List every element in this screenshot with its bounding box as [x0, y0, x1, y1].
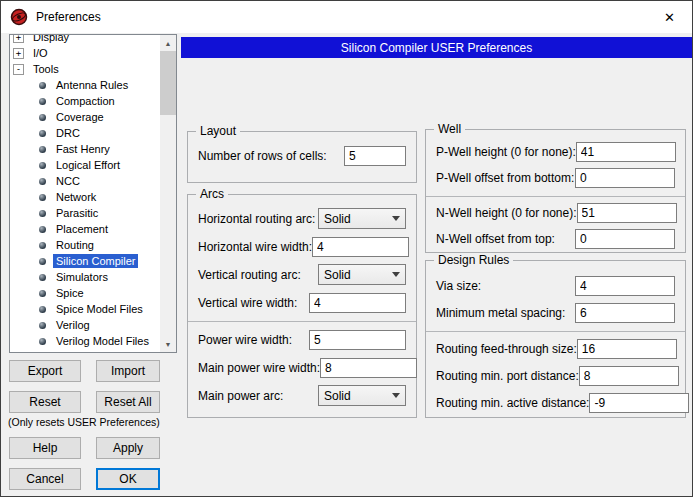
tree-item-network[interactable]: Network	[10, 189, 160, 205]
group-title: Arcs	[196, 187, 228, 202]
vertical-wire-width-input[interactable]	[309, 293, 406, 313]
field-row: Routing feed-through size:	[436, 338, 675, 359]
tree-item-label: Antenna Rules	[53, 78, 131, 92]
nwell-offset-input[interactable]	[575, 229, 675, 249]
feed-through-size-input[interactable]	[577, 339, 677, 359]
tree-item-tools[interactable]: - Tools	[10, 61, 160, 77]
field-label: Vertical wire width:	[198, 296, 297, 310]
tree-item-compaction[interactable]: Compaction	[10, 93, 160, 109]
scrollbar-thumb[interactable]	[160, 51, 176, 115]
group-separator	[188, 321, 416, 322]
tree-item-label: Silicon Compiler	[53, 254, 138, 268]
tree-item-io[interactable]: + I/O	[10, 45, 160, 61]
field-label: Horizontal routing arc:	[198, 212, 315, 226]
tree-item-verilog[interactable]: Verilog	[10, 317, 160, 333]
power-wire-width-input[interactable]	[309, 330, 406, 350]
cancel-button[interactable]: Cancel	[9, 468, 81, 490]
tree-scrollbar[interactable]: ▲ ▼	[160, 35, 176, 352]
bullet-icon	[39, 82, 46, 89]
panel-header: Silicon Compiler USER Preferences	[181, 37, 692, 58]
field-row: N-Well height (0 for none):	[436, 202, 675, 223]
title-bar: Preferences ✕	[1, 1, 692, 33]
main-power-wire-width-input[interactable]	[320, 358, 417, 378]
field-label: N-Well height (0 for none):	[436, 206, 577, 220]
tree-item-silicon-compiler[interactable]: Silicon Compiler	[10, 253, 160, 269]
tree-item-label: Verilog Model Files	[53, 334, 152, 348]
tree-item-ncc[interactable]: NCC	[10, 173, 160, 189]
bullet-icon	[39, 130, 46, 137]
tree-item-placement[interactable]: Placement	[10, 221, 160, 237]
reset-button[interactable]: Reset	[9, 391, 81, 413]
reset-note: (Only resets USER Preferences)	[8, 416, 160, 428]
ok-button[interactable]: OK	[96, 468, 160, 490]
tree-item-verilog-model-files[interactable]: Verilog Model Files	[10, 333, 160, 349]
tree-item-spice[interactable]: Spice	[10, 285, 160, 301]
expand-icon[interactable]: +	[13, 35, 24, 43]
field-row: Power wire width:	[198, 329, 406, 350]
expand-icon[interactable]: +	[13, 48, 24, 59]
import-button[interactable]: Import	[96, 360, 160, 382]
collapse-icon[interactable]: -	[13, 64, 24, 75]
pwell-offset-input[interactable]	[575, 168, 675, 188]
tree-item-label: Parasitic	[53, 206, 101, 220]
min-port-distance-input[interactable]	[579, 366, 679, 386]
tree-item-routing[interactable]: Routing	[10, 237, 160, 253]
scroll-down-icon[interactable]: ▼	[160, 336, 176, 352]
layout-group: Layout Number of rows of cells:	[187, 131, 417, 183]
field-label: Routing min. active distance:	[436, 396, 589, 410]
field-label: Via size:	[436, 279, 481, 293]
metal-spacing-input[interactable]	[575, 303, 675, 323]
arcs-group: Arcs Horizontal routing arc: Solid Horiz…	[187, 194, 417, 418]
tree-item-fast-henry[interactable]: Fast Henry	[10, 141, 160, 157]
min-active-distance-input[interactable]	[589, 393, 689, 413]
reset-all-button[interactable]: Reset All	[96, 391, 160, 413]
field-label: N-Well offset from top:	[436, 232, 555, 246]
preferences-window: Preferences ✕ + Display + I/O - Tools	[0, 0, 693, 497]
main-power-arc-select[interactable]: Solid	[318, 385, 406, 406]
rows-of-cells-input[interactable]	[344, 146, 406, 166]
bullet-icon	[39, 178, 46, 185]
export-button[interactable]: Export	[9, 360, 81, 382]
tree-item-logical-effort[interactable]: Logical Effort	[10, 157, 160, 173]
bullet-icon	[39, 226, 46, 233]
tree-item-parasitic[interactable]: Parasitic	[10, 205, 160, 221]
tree-item-simulators[interactable]: Simulators	[10, 269, 160, 285]
field-row: Main power wire width:	[198, 357, 406, 378]
horizontal-wire-width-input[interactable]	[312, 237, 409, 257]
vertical-routing-arc-select[interactable]: Solid	[318, 264, 406, 285]
field-row: Number of rows of cells:	[198, 145, 406, 166]
bullet-icon	[39, 114, 46, 121]
nwell-height-input[interactable]	[577, 203, 677, 223]
horizontal-routing-arc-select[interactable]: Solid	[318, 208, 406, 229]
help-button[interactable]: Help	[9, 437, 81, 459]
main-panel: Silicon Compiler USER Preferences Layout…	[179, 34, 693, 497]
app-icon	[10, 8, 28, 26]
tree-item-label: Simulators	[53, 270, 111, 284]
pwell-height-input[interactable]	[576, 142, 676, 162]
bullet-icon	[39, 306, 46, 313]
tree-item-display[interactable]: + Display	[10, 35, 160, 45]
field-row: Minimum metal spacing:	[436, 302, 675, 323]
field-label: Minimum metal spacing:	[436, 306, 565, 320]
tree-item-label: Display	[30, 35, 72, 44]
bullet-icon	[39, 210, 46, 217]
combo-value: Solid	[324, 212, 351, 226]
field-row: Vertical routing arc: Solid	[198, 264, 406, 285]
tree-item-label: Routing	[53, 238, 97, 252]
combo-value: Solid	[324, 268, 351, 282]
chevron-down-icon	[392, 272, 400, 277]
scroll-up-icon[interactable]: ▲	[160, 35, 176, 51]
bullet-icon	[39, 242, 46, 249]
tree-item-well-check[interactable]: Well Check	[10, 349, 160, 352]
tree-item-label: Verilog	[53, 318, 93, 332]
apply-button[interactable]: Apply	[96, 437, 160, 459]
tree-item-coverage[interactable]: Coverage	[10, 109, 160, 125]
close-button[interactable]: ✕	[647, 1, 692, 33]
bullet-icon	[39, 258, 46, 265]
tree-item-drc[interactable]: DRC	[10, 125, 160, 141]
field-row: Via size:	[436, 275, 675, 296]
via-size-input[interactable]	[575, 276, 675, 296]
tree-item-antenna-rules[interactable]: Antenna Rules	[10, 77, 160, 93]
tree-item-spice-model-files[interactable]: Spice Model Files	[10, 301, 160, 317]
group-separator	[426, 331, 685, 332]
